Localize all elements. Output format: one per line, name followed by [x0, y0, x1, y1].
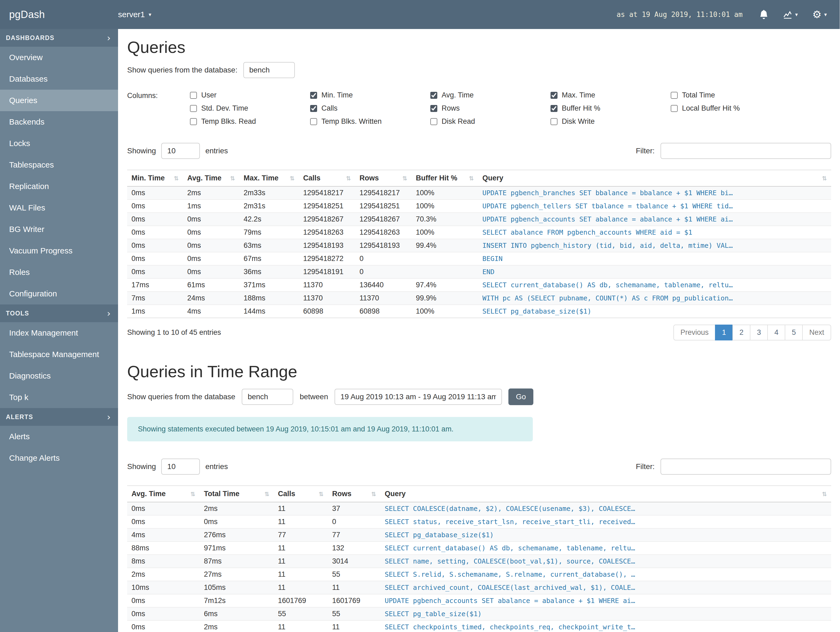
- pagination-page-2[interactable]: 2: [733, 325, 750, 341]
- query-link[interactable]: SELECT status, receive_start_lsn, receiv…: [385, 518, 635, 526]
- query-link[interactable]: BEGIN: [482, 255, 502, 263]
- sort-icon[interactable]: ⇅: [290, 175, 295, 182]
- checkbox-avg-time[interactable]: [430, 92, 437, 99]
- sidebar-item-index-management[interactable]: Index Management: [0, 322, 118, 344]
- column-toggle-temp-blks-written[interactable]: Temp Blks. Written: [310, 117, 430, 126]
- checkbox-disk-read[interactable]: [430, 118, 437, 125]
- column-header-query[interactable]: Query⇅: [381, 486, 831, 502]
- checkbox-temp-blks-written[interactable]: [310, 118, 317, 125]
- sidebar-item-bg-writer[interactable]: BG Writer: [0, 219, 118, 240]
- sort-icon[interactable]: ⇅: [319, 491, 324, 497]
- sort-icon[interactable]: ⇅: [822, 175, 827, 182]
- query-link[interactable]: SELECT checkpoints_timed, checkpoints_re…: [385, 623, 635, 631]
- tr-filter-input[interactable]: [660, 459, 831, 475]
- column-toggle-min-time[interactable]: Min. Time: [310, 91, 430, 99]
- pagination-page-5[interactable]: 5: [785, 325, 803, 341]
- query-link[interactable]: SELECT S.relid, S.schemaname, S.relname,…: [385, 570, 635, 578]
- sort-icon[interactable]: ⇅: [230, 175, 235, 182]
- checkbox-min-time[interactable]: [310, 92, 317, 99]
- sidebar-item-top-k[interactable]: Top k: [0, 386, 118, 408]
- charts-menu-button[interactable]: ▾: [783, 10, 798, 19]
- checkbox-user[interactable]: [190, 92, 197, 99]
- settings-menu-button[interactable]: ⚙ ▾: [812, 10, 827, 20]
- tr-database-input[interactable]: [242, 389, 293, 405]
- sort-icon[interactable]: ⇅: [265, 491, 269, 497]
- sort-icon[interactable]: ⇅: [822, 491, 827, 497]
- column-header-total-time[interactable]: Total Time⇅: [200, 486, 274, 502]
- column-toggle-total-time[interactable]: Total Time: [671, 91, 791, 99]
- sort-icon[interactable]: ⇅: [174, 175, 179, 182]
- sidebar-item-vacuum-progress[interactable]: Vacuum Progress: [0, 240, 118, 261]
- column-header-max-time[interactable]: Max. Time⇅: [239, 170, 299, 186]
- query-link[interactable]: SELECT abalance FROM pgbench_accounts WH…: [482, 228, 692, 236]
- checkbox-buffer-hit[interactable]: [551, 105, 557, 112]
- query-link[interactable]: SELECT current_database() AS db, scheman…: [385, 544, 635, 552]
- column-toggle-local-buffer-hit[interactable]: Local Buffer Hit %: [671, 104, 791, 112]
- sort-icon[interactable]: ⇅: [346, 175, 351, 182]
- column-header-min-time[interactable]: Min. Time⇅: [127, 170, 183, 186]
- checkbox-std-dev-time[interactable]: [190, 105, 197, 112]
- sidebar-section-dashboards[interactable]: DASHBOARDS›: [0, 29, 118, 47]
- query-link[interactable]: END: [482, 268, 494, 276]
- column-header-calls[interactable]: Calls⇅: [274, 486, 328, 502]
- tr-entries-count-input[interactable]: [161, 459, 200, 475]
- checkbox-temp-blks-read[interactable]: [190, 118, 197, 125]
- sidebar-item-roles[interactable]: Roles: [0, 261, 118, 283]
- query-link[interactable]: SELECT pg_database_size($1): [482, 307, 591, 315]
- column-toggle-max-time[interactable]: Max. Time: [551, 91, 671, 99]
- queries-entries-count-input[interactable]: [161, 143, 200, 159]
- pagination-page-1[interactable]: 1: [715, 325, 733, 341]
- sidebar-section-tools[interactable]: TOOLS›: [0, 304, 118, 322]
- sidebar-item-diagnostics[interactable]: Diagnostics: [0, 365, 118, 386]
- query-link[interactable]: UPDATE pgbench_accounts SET abalance = a…: [482, 215, 733, 223]
- query-link[interactable]: UPDATE pgbench_tellers SET tbalance = tb…: [482, 202, 733, 210]
- sort-icon[interactable]: ⇅: [403, 175, 407, 182]
- sidebar-item-configuration[interactable]: Configuration: [0, 283, 118, 304]
- column-header-avg-time[interactable]: Avg. Time⇅: [183, 170, 239, 186]
- column-toggle-buffer-hit[interactable]: Buffer Hit %: [551, 104, 671, 112]
- sidebar-item-locks[interactable]: Locks: [0, 133, 118, 154]
- column-toggle-user[interactable]: User: [190, 91, 310, 99]
- column-toggle-avg-time[interactable]: Avg. Time: [430, 91, 551, 99]
- column-header-calls[interactable]: Calls⇅: [299, 170, 355, 186]
- notifications-bell-icon[interactable]: [759, 10, 768, 19]
- column-header-rows[interactable]: Rows⇅: [328, 486, 381, 502]
- sidebar-item-alerts[interactable]: Alerts: [0, 426, 118, 447]
- column-toggle-calls[interactable]: Calls: [310, 104, 430, 112]
- checkbox-disk-write[interactable]: [551, 118, 557, 125]
- checkbox-rows[interactable]: [430, 105, 437, 112]
- sidebar-item-replication[interactable]: Replication: [0, 176, 118, 197]
- query-link[interactable]: UPDATE pgbench_branches SET bbalance = b…: [482, 189, 733, 197]
- pagination-previous[interactable]: Previous: [673, 325, 715, 341]
- query-link[interactable]: SELECT name, setting, COALESCE(boot_val,…: [385, 558, 635, 565]
- column-toggle-disk-read[interactable]: Disk Read: [430, 117, 551, 126]
- query-link[interactable]: SELECT pg_database_size($1): [385, 531, 494, 539]
- sidebar-item-tablespace-management[interactable]: Tablespace Management: [0, 344, 118, 365]
- column-header-avg-time[interactable]: Avg. Time⇅: [127, 486, 200, 502]
- checkbox-local-buffer-hit[interactable]: [671, 105, 678, 112]
- column-toggle-temp-blks-read[interactable]: Temp Blks. Read: [190, 117, 310, 126]
- queries-database-input[interactable]: [243, 62, 295, 78]
- column-toggle-disk-write[interactable]: Disk Write: [551, 117, 671, 126]
- queries-filter-input[interactable]: [660, 143, 831, 159]
- query-link[interactable]: SELECT pg_table_size($1): [385, 610, 482, 618]
- pagination-page-4[interactable]: 4: [767, 325, 785, 341]
- query-link[interactable]: SELECT archived_count, COALESCE(last_arc…: [385, 584, 635, 591]
- sidebar-section-alerts[interactable]: ALERTS›: [0, 408, 118, 426]
- time-range-input[interactable]: [335, 389, 502, 405]
- sidebar-item-queries[interactable]: Queries: [0, 90, 118, 111]
- sidebar-item-databases[interactable]: Databases: [0, 68, 118, 90]
- query-link[interactable]: SELECT COALESCE(datname, $2), COALESCE(u…: [385, 505, 635, 513]
- pagination-page-3[interactable]: 3: [750, 325, 768, 341]
- checkbox-max-time[interactable]: [551, 92, 557, 99]
- sidebar-item-change-alerts[interactable]: Change Alerts: [0, 447, 118, 469]
- query-link[interactable]: INSERT INTO pgbench_history (tid, bid, a…: [482, 242, 733, 249]
- go-button[interactable]: Go: [508, 388, 533, 405]
- column-header-buffer-hit[interactable]: Buffer Hit %⇅: [412, 170, 478, 186]
- checkbox-total-time[interactable]: [671, 92, 678, 99]
- sort-icon[interactable]: ⇅: [371, 491, 376, 497]
- column-toggle-std-dev-time[interactable]: Std. Dev. Time: [190, 104, 310, 112]
- column-header-rows[interactable]: Rows⇅: [355, 170, 412, 186]
- sidebar-item-wal-files[interactable]: WAL Files: [0, 197, 118, 219]
- sidebar-item-overview[interactable]: Overview: [0, 47, 118, 68]
